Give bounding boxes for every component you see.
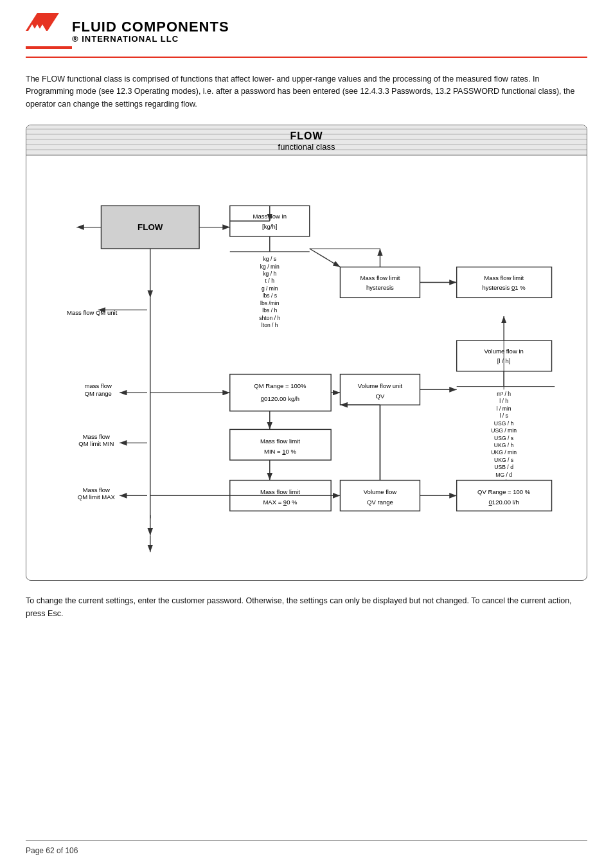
page: FLUID COMPONENTS ® INTERNATIONAL LLC The… bbox=[0, 0, 613, 868]
svg-text:l /  min: l / min bbox=[497, 405, 511, 412]
svg-text:Mass flow limit: Mass flow limit bbox=[484, 274, 524, 281]
svg-text:0120.00 l/h: 0120.00 l/h bbox=[489, 499, 519, 506]
svg-text:shton / h: shton / h bbox=[259, 315, 280, 321]
svg-text:FLOW: FLOW bbox=[138, 223, 163, 233]
svg-line-103 bbox=[310, 249, 341, 267]
footer-text: To change the current settings, enter th… bbox=[26, 595, 587, 620]
svg-text:mass flow: mass flow bbox=[85, 383, 112, 390]
svg-text:g / min: g / min bbox=[262, 285, 278, 292]
diagram-svg: FLOW Mass flow QM unit mass flow QM rang… bbox=[37, 169, 576, 567]
svg-text:QM range: QM range bbox=[85, 390, 112, 397]
svg-text:QV Range = 100 %: QV Range = 100 % bbox=[477, 489, 531, 496]
svg-text:MAX = 90 %: MAX = 90 % bbox=[263, 499, 298, 506]
svg-text:lton / h: lton / h bbox=[262, 322, 278, 328]
page-footer: Page 62 of 106 bbox=[26, 840, 587, 855]
svg-text:USB / d: USB / d bbox=[494, 465, 513, 471]
diagram-title-sub: functional class bbox=[26, 142, 587, 152]
diagram-body: FLOW Mass flow QM unit mass flow QM rang… bbox=[26, 156, 587, 580]
diagram-title-box: FLOW functional class bbox=[26, 125, 587, 156]
svg-text:UKG / s: UKG / s bbox=[494, 457, 513, 463]
logo-area: FLUID COMPONENTS ® INTERNATIONAL LLC bbox=[26, 13, 229, 50]
svg-text:QM limit MIN: QM limit MIN bbox=[78, 440, 114, 447]
logo-text: FLUID COMPONENTS ® INTERNATIONAL LLC bbox=[72, 19, 229, 44]
svg-text:QV: QV bbox=[376, 393, 385, 400]
svg-text:kg / s: kg / s bbox=[263, 256, 277, 262]
svg-text:MIN = 10 %: MIN = 10 % bbox=[264, 448, 297, 455]
svg-text:lbs /min: lbs /min bbox=[260, 300, 280, 306]
svg-text:l / s: l / s bbox=[499, 412, 508, 419]
svg-text:USG /  min: USG / min bbox=[491, 427, 517, 434]
header: FLUID COMPONENTS ® INTERNATIONAL LLC bbox=[26, 13, 587, 58]
svg-text:QM limit MAX: QM limit MAX bbox=[78, 493, 116, 500]
svg-text:00120.00 kg/h: 00120.00 kg/h bbox=[261, 395, 299, 402]
svg-rect-42 bbox=[340, 267, 420, 298]
svg-text:kg / min: kg / min bbox=[260, 263, 280, 270]
diagram-title-main: FLOW bbox=[26, 130, 587, 142]
svg-text:UKG / min: UKG / min bbox=[491, 450, 517, 456]
svg-text:lbs / s: lbs / s bbox=[263, 292, 277, 299]
page-number: Page 62 of 106 bbox=[26, 846, 78, 855]
svg-rect-3 bbox=[26, 46, 72, 49]
svg-text:QV range: QV range bbox=[367, 499, 393, 506]
svg-text:QM Range = 100%: QM Range = 100% bbox=[254, 383, 306, 390]
svg-text:[kg/h]: [kg/h] bbox=[262, 223, 277, 230]
logo-line1: FLUID COMPONENTS bbox=[72, 19, 229, 35]
svg-rect-51 bbox=[230, 375, 331, 411]
svg-text:Mass flow limit: Mass flow limit bbox=[360, 274, 400, 281]
svg-text:l /  h: l / h bbox=[499, 398, 508, 404]
svg-text:t / h: t / h bbox=[265, 278, 275, 285]
svg-text:hysteresis  01 %: hysteresis 01 % bbox=[483, 284, 526, 291]
svg-text:m³ /  h: m³ / h bbox=[497, 391, 511, 397]
svg-text:UKG /  h: UKG / h bbox=[494, 442, 514, 448]
svg-text:Volume flow: Volume flow bbox=[364, 489, 396, 496]
svg-rect-46 bbox=[457, 267, 552, 298]
svg-text:USG / s: USG / s bbox=[494, 435, 513, 441]
svg-text:Mass flow limit: Mass flow limit bbox=[260, 438, 300, 445]
svg-text:lbs / h: lbs / h bbox=[262, 307, 277, 314]
svg-text:Mass flow: Mass flow bbox=[83, 433, 110, 440]
svg-text:USG / h: USG / h bbox=[494, 420, 514, 427]
svg-text:Mass flow limit: Mass flow limit bbox=[260, 489, 300, 496]
svg-text:Mass flow: Mass flow bbox=[83, 486, 110, 493]
logo-icon bbox=[26, 13, 72, 50]
svg-text:MG / d: MG / d bbox=[495, 472, 512, 478]
intro-text: The FLOW functional class is comprised o… bbox=[26, 73, 587, 111]
svg-text:kg / h: kg / h bbox=[263, 270, 276, 277]
diagram-container: FLOW functional class FLOW bbox=[26, 125, 587, 581]
svg-text:Volume flow unit: Volume flow unit bbox=[358, 383, 403, 390]
logo-line2: ® INTERNATIONAL LLC bbox=[72, 35, 229, 44]
svg-text:hysteresis: hysteresis bbox=[366, 284, 394, 291]
